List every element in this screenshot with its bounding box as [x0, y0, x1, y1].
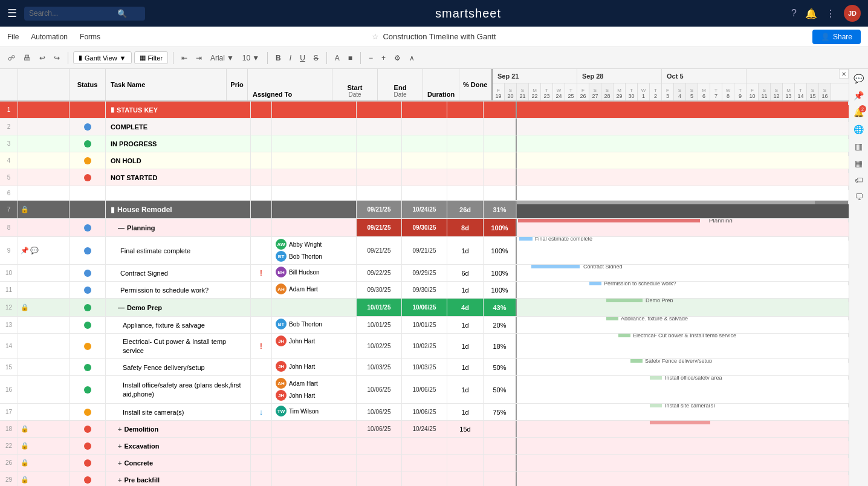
- cell-pctdone-12: 43%: [484, 299, 517, 316]
- cell-end-12: 10/06/25: [402, 299, 447, 316]
- user-avatar[interactable]: JD: [844, 5, 861, 22]
- cell-duration-sk: [447, 102, 484, 118]
- align-left-btn[interactable]: ⇤: [178, 52, 190, 64]
- gantt-day-t23: T23: [541, 83, 553, 100]
- header-duration[interactable]: Duration: [423, 69, 459, 100]
- notifications-icon[interactable]: 🔔: [805, 8, 817, 19]
- cell-icons-17: [18, 404, 70, 420]
- menu-forms[interactable]: Forms: [80, 33, 100, 41]
- gantt-day-f3: F3: [662, 83, 674, 100]
- cell-end-13: 10/01/25: [402, 317, 447, 333]
- header-task-name[interactable]: Task Name: [106, 69, 227, 100]
- avatar-tw: TW: [276, 406, 287, 416]
- apps-icon[interactable]: ⋮: [826, 8, 835, 19]
- help-icon[interactable]: ?: [791, 8, 797, 19]
- menu-automation[interactable]: Automation: [31, 33, 68, 41]
- cell-gantt-9: Final estimate complete: [517, 237, 849, 241]
- align-right-btn[interactable]: ⇥: [193, 52, 205, 64]
- cell-rownum-14: 14: [0, 334, 18, 358]
- cell-rownum-15: 15: [0, 359, 18, 375]
- row-onhold: 4 ON HOLD: [0, 152, 849, 169]
- underline-btn[interactable]: U: [297, 52, 308, 64]
- gantt-day-s12: S12: [771, 83, 783, 100]
- gantt-close-btn[interactable]: ✕: [839, 69, 849, 79]
- header-icons-col: [18, 69, 70, 100]
- zoom-in-btn[interactable]: +: [378, 52, 389, 64]
- menu-bar: File Automation Forms ☆ Construction Tim…: [0, 27, 868, 47]
- text-color-btn[interactable]: A: [332, 52, 343, 64]
- cell-status-13: [70, 317, 106, 333]
- cell-icons-7: 🔒: [18, 201, 70, 218]
- panel-chat-icon[interactable]: 💬: [853, 74, 864, 83]
- header-prio[interactable]: Prio: [227, 69, 248, 100]
- panel-grid-icon[interactable]: ▦: [855, 158, 863, 168]
- header-start-date[interactable]: Start Date: [332, 69, 378, 100]
- cell-status-7: [70, 201, 106, 218]
- strikethrough-btn[interactable]: S: [311, 52, 322, 64]
- cell-gantt-26: [517, 455, 849, 458]
- lock-icon-7: 🔒: [21, 206, 29, 213]
- toolbar-grid-btn[interactable]: ☍: [5, 52, 18, 64]
- gantt-day-t2: T2: [650, 83, 662, 100]
- panel-tag-icon[interactable]: 🏷: [855, 175, 863, 185]
- panel-globe-icon[interactable]: 🌐: [853, 125, 864, 134]
- avatar-aw: AW: [276, 239, 287, 250]
- panel-bubble-icon[interactable]: 🗨: [855, 192, 863, 202]
- cell-icons-6: [18, 186, 70, 200]
- cell-icons-5: [18, 169, 70, 186]
- avatar-bill: BH Bill Hudson: [276, 267, 320, 277]
- menu-file[interactable]: File: [7, 33, 19, 41]
- avatar-bt: BT: [276, 251, 287, 262]
- panel-notify-icon[interactable]: 🔔 2: [853, 108, 864, 117]
- cell-rownum-10: 10: [0, 265, 18, 281]
- cell-end-9: 09/21/25: [402, 237, 447, 264]
- cell-task-9: Final estimate complete: [106, 237, 251, 264]
- toolbar-print-btn[interactable]: 🖶: [21, 52, 34, 64]
- cell-assigned-6: [272, 186, 357, 200]
- cell-gantt-6: [517, 186, 849, 190]
- cell-duration-29: [447, 471, 484, 486]
- filter-button[interactable]: ▦ Filter: [134, 51, 168, 64]
- cell-icons-22: 🔒: [18, 438, 70, 454]
- cell-duration-7: 26d: [447, 201, 484, 218]
- star-icon[interactable]: ☆: [372, 32, 379, 41]
- cell-prio-22: [251, 438, 272, 454]
- zoom-out-btn[interactable]: −: [366, 52, 376, 64]
- cell-prio-18: [251, 421, 272, 437]
- font-size-btn[interactable]: 10 ▼: [239, 52, 262, 64]
- cell-duration-11: 1d: [447, 282, 484, 298]
- cell-status-8: [70, 219, 106, 236]
- grid-container: Status Task Name Prio Assigned To Start …: [0, 69, 849, 486]
- cell-assigned-5: [272, 169, 357, 186]
- row-demoprep: 12 🔒 —Demo Prep 10/01/25 10/06/25 4d 43%: [0, 299, 849, 317]
- toolbar-undo-btn[interactable]: ↩: [36, 52, 48, 64]
- header-assigned[interactable]: Assigned To: [248, 69, 332, 100]
- comment-icon-9[interactable]: 💬: [30, 247, 39, 254]
- gantt-view-button[interactable]: ▮ Gantt View ▼: [73, 51, 132, 64]
- cell-task-11: Permission to schedule work?: [106, 282, 251, 298]
- gantt-day-t7: T7: [710, 83, 722, 100]
- cell-status-15: [70, 359, 106, 375]
- font-btn[interactable]: Arial ▼: [207, 52, 237, 64]
- panel-attach-icon[interactable]: 📌: [853, 91, 864, 100]
- cell-assigned-18: [272, 421, 357, 437]
- bold-btn[interactable]: B: [273, 52, 284, 64]
- settings-btn[interactable]: ⚙: [391, 52, 404, 64]
- toolbar-redo-btn[interactable]: ↪: [51, 52, 63, 64]
- cell-assigned-12: [272, 299, 357, 316]
- share-button[interactable]: 👤 Share: [812, 30, 861, 44]
- italic-btn[interactable]: I: [287, 52, 294, 64]
- collapse-btn[interactable]: ∧: [406, 52, 418, 64]
- fill-color-btn[interactable]: ■: [345, 52, 355, 64]
- menu-icon[interactable]: ☰: [7, 7, 17, 20]
- panel-columns-icon[interactable]: ▥: [855, 141, 863, 151]
- gantt-day-s4: S4: [674, 83, 686, 100]
- avatar-bt2: BT: [276, 319, 287, 329]
- gantt-day-s11: S11: [759, 83, 771, 100]
- avatar-ah2: AH: [276, 378, 287, 389]
- attach-icon-9[interactable]: 📌: [21, 247, 29, 254]
- header-status[interactable]: Status: [70, 69, 106, 100]
- header-pct-done[interactable]: % Done: [459, 69, 493, 100]
- header-end-date[interactable]: End Date: [378, 69, 423, 100]
- search-input[interactable]: [29, 9, 114, 18]
